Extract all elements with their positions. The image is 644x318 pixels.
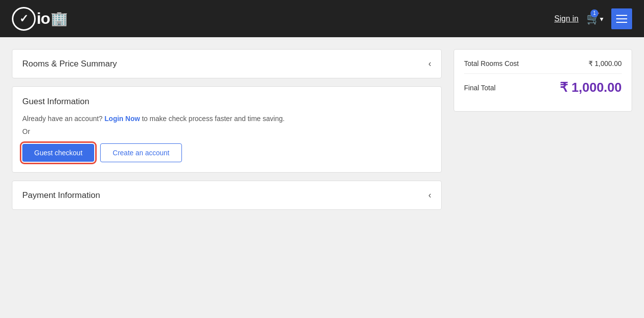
payment-info-header: Payment Information ‹ <box>12 181 441 209</box>
menu-line-1 <box>616 15 627 16</box>
logo: ✓ io 🏢 <box>12 7 68 31</box>
payment-info-card: Payment Information ‹ <box>12 181 442 210</box>
total-rooms-value: ₹ 1,000.00 <box>588 60 622 67</box>
logo-check-icon: ✓ <box>19 12 28 25</box>
checkout-buttons: Guest checkout Create an account <box>22 143 431 162</box>
guest-checkout-button[interactable]: Guest checkout <box>22 144 94 162</box>
total-rooms-row: Total Rooms Cost ₹ 1,000.00 <box>464 60 622 67</box>
guest-info-title: Guest Information <box>22 97 431 107</box>
cart-badge: 1 <box>590 9 598 17</box>
account-text-suffix: to make check process faster and time sa… <box>142 115 285 123</box>
header-actions: Sign in 🛒 1 ▾ <box>554 8 632 29</box>
final-total-row: Final Total ₹ 1,000.00 <box>464 80 622 95</box>
payment-chevron-icon[interactable]: ‹ <box>428 190 431 200</box>
logo-circle: ✓ <box>12 7 36 31</box>
building-icon: 🏢 <box>51 10 68 27</box>
right-column: Total Rooms Cost ₹ 1,000.00 Final Total … <box>454 49 632 210</box>
or-text: Or <box>22 127 431 135</box>
left-column: Rooms & Price Summary ‹ Guest Informatio… <box>12 49 442 210</box>
account-text: Already have an account? Login Now to ma… <box>22 115 431 123</box>
rooms-summary-card: Rooms & Price Summary ‹ <box>12 49 442 78</box>
header: ✓ io 🏢 Sign in 🛒 1 ▾ <box>0 0 644 37</box>
guest-info-card: Guest Information Already have an accoun… <box>12 86 442 173</box>
logo-text: io <box>37 9 50 28</box>
menu-button[interactable] <box>611 8 632 29</box>
menu-line-2 <box>616 18 627 19</box>
price-summary-card: Total Rooms Cost ₹ 1,000.00 Final Total … <box>454 49 632 112</box>
price-divider <box>464 73 622 74</box>
rooms-summary-chevron-icon[interactable]: ‹ <box>428 59 431 69</box>
login-now-link[interactable]: Login Now <box>105 115 140 123</box>
main-content: Rooms & Price Summary ‹ Guest Informatio… <box>0 37 644 222</box>
total-rooms-label: Total Rooms Cost <box>464 60 519 67</box>
account-text-prefix: Already have an account? <box>22 115 103 123</box>
final-total-label: Final Total <box>464 84 496 92</box>
menu-line-3 <box>616 22 627 23</box>
final-total-value: ₹ 1,000.00 <box>560 80 622 95</box>
create-account-button[interactable]: Create an account <box>100 143 181 162</box>
cart-dropdown-icon: ▾ <box>600 15 603 23</box>
cart-button[interactable]: 🛒 1 ▾ <box>586 12 603 25</box>
payment-info-title: Payment Information <box>22 191 100 200</box>
signin-link[interactable]: Sign in <box>554 14 579 23</box>
rooms-summary-header: Rooms & Price Summary ‹ <box>12 50 441 78</box>
rooms-summary-title: Rooms & Price Summary <box>22 59 117 69</box>
